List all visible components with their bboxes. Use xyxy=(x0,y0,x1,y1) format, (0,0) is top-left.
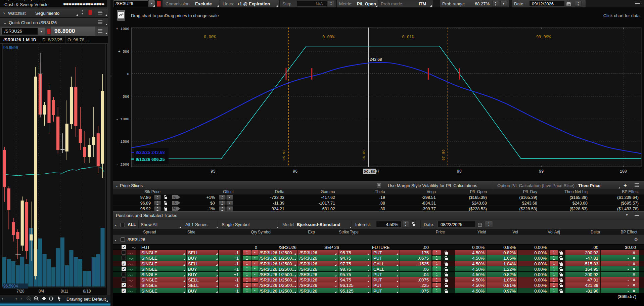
svg-text:- 1000: - 1000 xyxy=(116,117,129,121)
svg-text:99: 99 xyxy=(539,169,544,174)
svg-text:96.89: 96.89 xyxy=(362,149,366,161)
svg-text:95.92: 95.92 xyxy=(282,149,286,161)
svg-text:9/12/26 606.25: 9/12/26 606.25 xyxy=(136,157,165,162)
svg-text:0.00%: 0.00% xyxy=(204,35,216,40)
svg-text:99.99%: 99.99% xyxy=(536,35,551,40)
svg-text:96: 96 xyxy=(293,169,297,174)
svg-text:8/23/25 243.68: 8/23/25 243.68 xyxy=(136,150,165,155)
svg-text:- 2000: - 2000 xyxy=(116,163,129,167)
svg-text:100: 100 xyxy=(620,169,627,174)
svg-text:243.68: 243.68 xyxy=(370,57,382,62)
svg-text:0.00%: 0.00% xyxy=(322,35,335,40)
svg-text:97.86: 97.86 xyxy=(442,149,446,161)
svg-text:- 1500: - 1500 xyxy=(116,140,129,144)
svg-text:0: 0 xyxy=(127,72,129,76)
svg-text:95: 95 xyxy=(211,169,215,174)
svg-text:98: 98 xyxy=(457,169,461,174)
svg-text:0.01%: 0.01% xyxy=(402,35,414,40)
svg-text:+ 500: + 500 xyxy=(118,50,129,54)
svg-text:96.89: 96.89 xyxy=(364,169,375,174)
svg-text:+ 1000: + 1000 xyxy=(116,27,129,31)
svg-text:- 500: - 500 xyxy=(118,95,129,99)
